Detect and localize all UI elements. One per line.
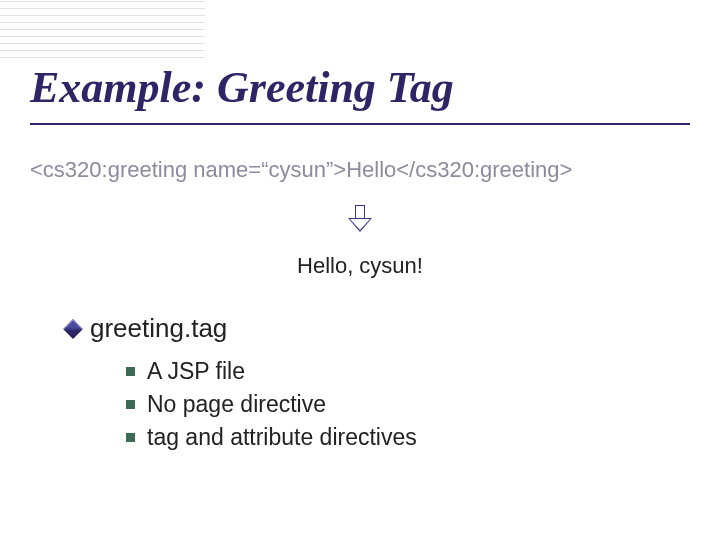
sub-bullet-list: A JSP file No page directive tag and att… <box>126 358 690 451</box>
list-item: No page directive <box>126 391 690 418</box>
arrow-down-icon <box>348 205 372 235</box>
sub-bullet-label: No page directive <box>147 391 326 418</box>
code-example: <cs320:greeting name=“cysun”>Hello</cs32… <box>30 157 690 183</box>
square-bullet-icon <box>126 433 135 442</box>
bullet-main-label: greeting.tag <box>90 313 227 344</box>
list-item: tag and attribute directives <box>126 424 690 451</box>
slide-title: Example: Greeting Tag <box>30 0 690 125</box>
arrow-row <box>30 205 690 239</box>
square-bullet-icon <box>126 400 135 409</box>
sub-bullet-label: tag and attribute directives <box>147 424 417 451</box>
square-bullet-icon <box>126 367 135 376</box>
list-item: A JSP file <box>126 358 690 385</box>
sub-bullet-label: A JSP file <box>147 358 245 385</box>
bullet-main: greeting.tag <box>66 313 690 344</box>
output-text: Hello, cysun! <box>30 253 690 279</box>
diamond-bullet-icon <box>63 319 83 339</box>
slide: Example: Greeting Tag <cs320:greeting na… <box>0 0 720 540</box>
